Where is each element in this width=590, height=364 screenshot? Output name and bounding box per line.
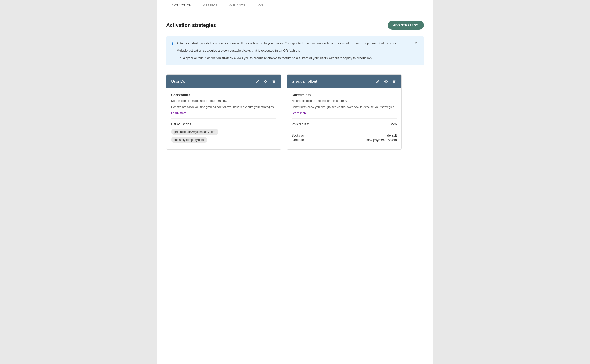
header-row: Activation strategies ADD STRATEGY	[166, 21, 424, 30]
info-banner: ℹ Activation strategies defines how you …	[166, 36, 424, 65]
close-banner-button[interactable]: ×	[414, 41, 418, 45]
userids-constraints-line1: No pre-conditions defined for this strat…	[171, 99, 276, 104]
gradual-rollout-card: Gradual rollout	[287, 74, 402, 149]
info-banner-text: Activation strategies defines how you en…	[177, 41, 411, 61]
userids-tags: productlead@mycompany.com me@mycompany.c…	[171, 129, 276, 145]
gradual-rollout-constraints-line2: Constraints allow you fine grained contr…	[292, 105, 397, 110]
edit-icon	[255, 79, 259, 84]
userids-card-title: UserIDs	[171, 79, 252, 84]
sticky-row: Sticky on default	[292, 134, 397, 137]
userids-delete-button[interactable]	[271, 79, 276, 84]
gradual-rollout-card-header: Gradual rollout	[287, 75, 401, 88]
info-line3: E.g. A gradual rollout activation strate…	[177, 56, 411, 61]
page-title: Activation strategies	[166, 22, 216, 28]
gradual-rollout-edit-button[interactable]	[375, 79, 380, 84]
userid-tag: productlead@mycompany.com	[171, 129, 218, 135]
move-icon	[384, 79, 388, 84]
group-id-row: Group id new-payment-system	[292, 138, 397, 142]
userids-learn-more-link[interactable]: Learn more	[171, 111, 186, 115]
rolled-out-row: Rolled out to 75%	[292, 122, 397, 126]
userids-card-header: UserIDs	[166, 75, 281, 88]
strategy-cards: UserIDs	[166, 74, 424, 149]
main-content: Activation strategies ADD STRATEGY ℹ Act…	[157, 12, 433, 159]
tab-variants[interactable]: VARIANTS	[223, 0, 251, 12]
tab-log[interactable]: LOG	[251, 0, 269, 12]
rolled-out-label: Rolled out to	[292, 122, 310, 126]
gradual-rollout-card-title: Gradual rollout	[292, 79, 372, 84]
info-icon: ℹ	[172, 41, 173, 46]
tab-bar: ACTIVATION METRICS VARIANTS LOG	[157, 0, 433, 12]
tab-activation[interactable]: ACTIVATION	[166, 0, 197, 12]
sticky-label: Sticky on	[292, 134, 305, 137]
userids-card: UserIDs	[166, 74, 281, 149]
gradual-rollout-constraints-line1: No pre-conditions defined for this strat…	[292, 99, 397, 104]
delete-icon	[392, 79, 396, 84]
userids-constraints-line2: Constraints allow you fine grained contr…	[171, 105, 276, 110]
move-icon	[263, 79, 268, 84]
info-line1: Activation strategies defines how you en…	[177, 41, 411, 46]
delete-icon	[272, 79, 276, 84]
userid-tag: me@mycompany.com	[171, 137, 207, 143]
group-id-label: Group id	[292, 138, 304, 142]
sticky-value: default	[387, 134, 397, 137]
edit-icon	[376, 79, 380, 84]
gradual-rollout-constraints-title: Constraints	[292, 93, 397, 97]
userids-card-body: Constraints No pre-conditions defined fo…	[166, 88, 281, 149]
rolled-out-value: 75%	[390, 122, 397, 126]
userids-constraints-title: Constraints	[171, 93, 276, 97]
gradual-rollout-card-body: Constraints No pre-conditions defined fo…	[287, 88, 401, 147]
gradual-rollout-delete-button[interactable]	[392, 79, 397, 84]
add-strategy-button[interactable]: ADD STRATEGY	[388, 21, 424, 30]
gradual-rollout-learn-more-link[interactable]: Learn more	[292, 111, 307, 115]
info-line2: Multiple activation strategies are compo…	[177, 48, 411, 53]
tab-metrics[interactable]: METRICS	[197, 0, 223, 12]
userids-move-button[interactable]	[263, 79, 268, 84]
userids-edit-button[interactable]	[255, 79, 260, 84]
group-id-value: new-payment-system	[366, 138, 397, 142]
gradual-rollout-move-button[interactable]	[384, 79, 389, 84]
userids-list-title: List of userIds	[171, 122, 276, 126]
